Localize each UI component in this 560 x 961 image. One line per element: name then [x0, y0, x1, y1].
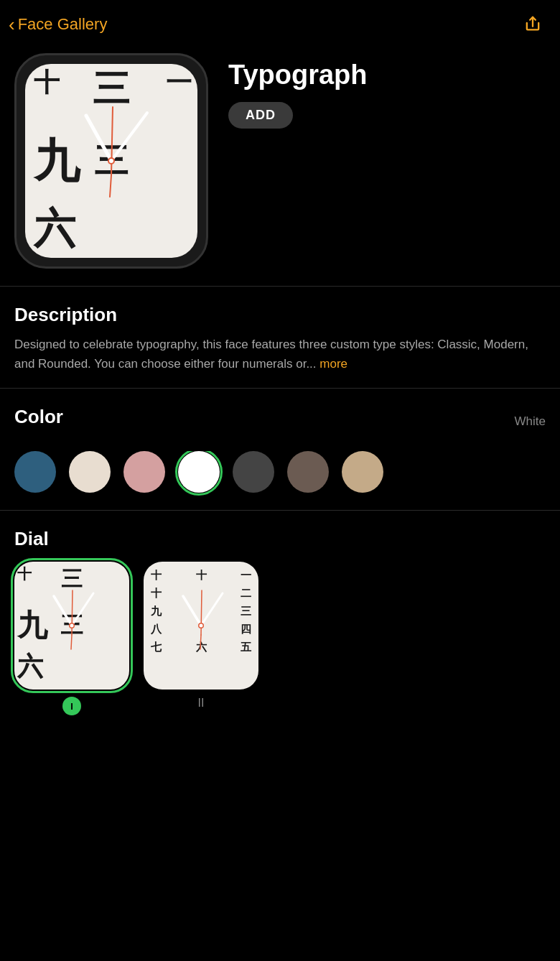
- color-swatches: [14, 451, 546, 496]
- back-button[interactable]: ‹ Face Gallery: [9, 15, 107, 34]
- dial-indicator-label: I: [70, 701, 73, 712]
- kanji-char: [138, 191, 192, 252]
- header: ‹ Face Gallery: [0, 0, 560, 46]
- kanji-char: [138, 131, 192, 192]
- current-color-label: White: [515, 414, 546, 429]
- dial-option-2[interactable]: 十 十 一 十 二 九 三 八: [144, 562, 258, 710]
- color-swatch-brown-gray[interactable]: [287, 451, 329, 493]
- description-section: Description Designed to celebrate typogr…: [0, 287, 560, 388]
- color-swatch-tan[interactable]: [342, 451, 383, 493]
- dial-indicator-1: I: [62, 697, 81, 715]
- kanji-char: 六: [31, 191, 85, 252]
- watch-preview: 十 三 一 九 三 六: [14, 53, 208, 269]
- dial-title: Dial: [14, 528, 546, 550]
- color-section: Color White: [0, 389, 560, 510]
- description-title: Description: [14, 304, 546, 326]
- share-button[interactable]: [520, 11, 546, 37]
- share-icon: [523, 13, 543, 36]
- dial-label-2: II: [198, 697, 205, 710]
- dial-options: 十 三 九 三 六: [14, 562, 546, 715]
- dial-watch-2: 十 十 一 十 二 九 三 八: [144, 562, 258, 690]
- kanji-char: 三: [85, 70, 139, 131]
- more-link[interactable]: more: [319, 357, 347, 371]
- hero-info: Typograph ADD: [228, 53, 543, 129]
- chevron-left-icon: ‹: [9, 15, 15, 34]
- kanji-char: 九: [31, 131, 85, 192]
- color-swatch-dark-gray[interactable]: [233, 451, 274, 493]
- hero-section: 十 三 一 九 三 六: [0, 46, 560, 286]
- kanji-char: 一: [138, 70, 192, 131]
- add-button[interactable]: ADD: [228, 102, 293, 129]
- description-text: Designed to celebrate typography, this f…: [14, 335, 546, 373]
- kanji-char: [85, 191, 139, 252]
- watch-face: 十 三 一 九 三 六: [25, 64, 197, 258]
- dial-watch-1: 十 三 九 三 六: [14, 562, 129, 690]
- face-title: Typograph: [228, 60, 543, 90]
- color-swatch-dark-blue[interactable]: [14, 451, 56, 493]
- color-swatch-pink[interactable]: [123, 451, 165, 493]
- dial-option-1[interactable]: 十 三 九 三 六: [14, 562, 129, 715]
- dial-section: Dial 十 三 九 三 六: [0, 511, 560, 737]
- back-label: Face Gallery: [18, 15, 108, 34]
- color-swatch-cream[interactable]: [69, 451, 111, 493]
- kanji-char: 十: [31, 70, 85, 131]
- kanji-char: 三: [85, 131, 139, 192]
- color-swatch-white[interactable]: [178, 451, 220, 493]
- color-title: Color: [14, 406, 63, 428]
- color-header: Color White: [14, 406, 546, 437]
